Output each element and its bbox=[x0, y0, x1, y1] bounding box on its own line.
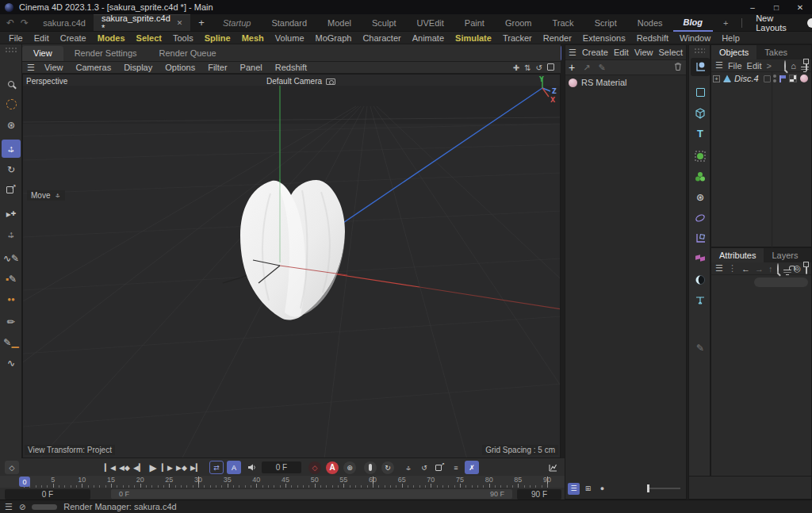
edit-toggle-icon[interactable] bbox=[764, 75, 771, 82]
menu-render[interactable]: Render bbox=[538, 33, 577, 43]
subdivision-surface-icon[interactable] bbox=[691, 147, 710, 165]
loop-playback-button[interactable]: ⇄ bbox=[209, 461, 224, 474]
objects-menu-file[interactable]: File bbox=[728, 61, 742, 71]
layout-tab-script[interactable]: Script bbox=[584, 14, 627, 32]
layout-tab-sculpt[interactable]: Sculpt bbox=[362, 14, 407, 32]
viewport-3d[interactable]: Y Z X Perspective Default Camera Move ↔↕… bbox=[22, 74, 561, 458]
range-end-field[interactable]: 90 F bbox=[517, 489, 561, 500]
autokey-frame-button[interactable]: A bbox=[227, 461, 241, 474]
tab-attributes[interactable]: Attributes bbox=[711, 248, 764, 262]
record-rotation-toggle[interactable]: ↺ bbox=[417, 461, 431, 474]
record-pla-toggle[interactable]: ✗ bbox=[465, 461, 479, 474]
menu-volume[interactable]: Volume bbox=[270, 33, 310, 43]
viewport-menu-icon[interactable]: ☰ bbox=[22, 63, 38, 73]
menu-spline[interactable]: Spline bbox=[199, 33, 236, 43]
menu-select[interactable]: Select bbox=[131, 33, 167, 43]
attributes-menu-icon[interactable]: ☰ bbox=[715, 263, 723, 274]
objects-menu-more[interactable]: > bbox=[767, 61, 772, 71]
material-grid-view-icon[interactable]: ⊞ bbox=[582, 483, 594, 495]
material-tag-icon[interactable] bbox=[800, 75, 808, 82]
layout-tab-standard[interactable]: Standard bbox=[261, 14, 317, 32]
doc-tab-sakura-sprite[interactable]: sakura_sprite.c4d * ✕ bbox=[94, 14, 190, 31]
redo-icon[interactable]: ↷ bbox=[21, 17, 29, 29]
play-button[interactable]: ▶ bbox=[146, 461, 160, 474]
mat-menu-select[interactable]: Select bbox=[659, 48, 684, 57]
phong-tag-icon[interactable] bbox=[779, 75, 786, 82]
layout-tab-track[interactable]: Track bbox=[542, 14, 584, 32]
menu-character[interactable]: Character bbox=[357, 33, 406, 43]
tab-objects[interactable]: Objects bbox=[711, 45, 756, 59]
menu-mograph[interactable]: MoGraph bbox=[310, 33, 358, 43]
scale-tool-icon[interactable]: ↗ bbox=[2, 181, 21, 199]
tab-takes[interactable]: Takes bbox=[756, 45, 795, 59]
xpresso-tag-icon[interactable] bbox=[691, 250, 710, 268]
objects-popout-icon[interactable] bbox=[806, 61, 807, 71]
menu-window[interactable]: Window bbox=[674, 33, 716, 43]
spline-primitive-icon[interactable] bbox=[691, 83, 710, 101]
menu-redshift[interactable]: Redshift bbox=[631, 33, 674, 43]
character-rig-icon[interactable] bbox=[691, 291, 710, 309]
field-icon[interactable] bbox=[691, 209, 710, 227]
menu-mesh[interactable]: Mesh bbox=[236, 33, 270, 43]
freehand-spline-icon[interactable]: ∿ bbox=[2, 354, 21, 372]
vp-menu-filter[interactable]: Filter bbox=[201, 63, 233, 72]
current-frame-field[interactable]: 0 F bbox=[262, 461, 301, 473]
live-selection-icon[interactable] bbox=[2, 95, 21, 113]
object-name[interactable]: Disc.4 bbox=[734, 74, 759, 83]
history-forward-icon[interactable]: → bbox=[755, 264, 764, 274]
goto-start-button[interactable]: ▎◀ bbox=[103, 461, 117, 474]
add-layout-button[interactable]: + bbox=[713, 14, 738, 32]
workplane-object-icon[interactable] bbox=[691, 229, 710, 247]
undo-icon[interactable]: ↶ bbox=[6, 17, 14, 29]
material-pick-icon[interactable]: ✎ bbox=[598, 63, 605, 73]
layout-tab-startup[interactable]: Startup bbox=[213, 14, 261, 32]
record-position-button[interactable] bbox=[363, 461, 377, 474]
record-parameter-toggle[interactable]: ≡ bbox=[449, 461, 463, 474]
history-back-icon[interactable]: ← bbox=[741, 264, 750, 274]
expand-toggle-icon[interactable]: + bbox=[713, 75, 720, 82]
uv-tag-icon[interactable] bbox=[789, 75, 797, 82]
timeline-ruler-ticks[interactable]: 51015202530354045505560657075808590 bbox=[0, 476, 565, 488]
dock-grip[interactable] bbox=[5, 47, 17, 53]
keyframe-diamond-icon[interactable]: ◇ bbox=[5, 461, 19, 474]
tab-render-settings[interactable]: Render Settings bbox=[63, 46, 148, 61]
pan-view-icon[interactable]: ✚ bbox=[513, 63, 519, 72]
tab-layers[interactable]: Layers bbox=[764, 248, 806, 262]
new-document-button[interactable]: + bbox=[190, 14, 213, 31]
close-button[interactable]: ✕ bbox=[788, 0, 812, 14]
record-keyframe-button[interactable]: ◇ bbox=[308, 461, 322, 474]
material-link-icon[interactable]: ↗ bbox=[583, 63, 590, 73]
objects-search-icon[interactable] bbox=[784, 61, 786, 71]
autokey-button[interactable]: A bbox=[325, 461, 339, 474]
menu-create[interactable]: Create bbox=[55, 33, 92, 43]
search-commander-icon[interactable] bbox=[2, 75, 21, 93]
open-timeline-icon[interactable] bbox=[546, 461, 560, 474]
deformer-icon[interactable]: ⊛ bbox=[691, 188, 710, 206]
record-position-toggle[interactable]: ↔↕ bbox=[401, 461, 416, 474]
menu-simulate[interactable]: Simulate bbox=[450, 33, 497, 43]
material-sphere-view-icon[interactable]: ● bbox=[596, 483, 608, 495]
status-menu-icon[interactable]: ☰ bbox=[5, 502, 13, 512]
vp-menu-redshift[interactable]: Redshift bbox=[269, 63, 313, 72]
timeline-ruler[interactable]: 51015202530354045505560657075808590 0 bbox=[0, 476, 565, 488]
vp-menu-options[interactable]: Options bbox=[159, 63, 201, 72]
material-size-slider[interactable] bbox=[647, 488, 680, 489]
layout-tab-blog[interactable]: Blog bbox=[673, 14, 713, 32]
close-tab-icon[interactable]: ✕ bbox=[177, 19, 183, 27]
edit-render-icon[interactable]: ✎ bbox=[691, 339, 710, 357]
vp-menu-view[interactable]: View bbox=[38, 63, 70, 72]
material-item-rs[interactable]: RS Material bbox=[565, 75, 686, 90]
objects-home-icon[interactable]: ⌂ bbox=[791, 61, 796, 71]
vp-menu-display[interactable]: Display bbox=[117, 63, 159, 72]
parent-up-icon[interactable]: ↑ bbox=[768, 264, 773, 274]
object-row-disc[interactable]: + Disc.4 bbox=[711, 72, 811, 85]
layout-tab-paint[interactable]: Paint bbox=[454, 14, 495, 32]
dock-grip[interactable] bbox=[694, 48, 705, 54]
cube-primitive-icon[interactable] bbox=[691, 104, 710, 122]
menu-tools[interactable]: Tools bbox=[167, 33, 199, 43]
maximize-button[interactable]: □ bbox=[764, 0, 788, 14]
prev-frame-button[interactable]: ◀▎ bbox=[132, 461, 146, 474]
layout-tab-uvedit[interactable]: UVEdit bbox=[407, 14, 454, 32]
visibility-dots-icon[interactable] bbox=[773, 75, 776, 82]
dolly-view-icon[interactable]: ⇅ bbox=[524, 63, 530, 72]
